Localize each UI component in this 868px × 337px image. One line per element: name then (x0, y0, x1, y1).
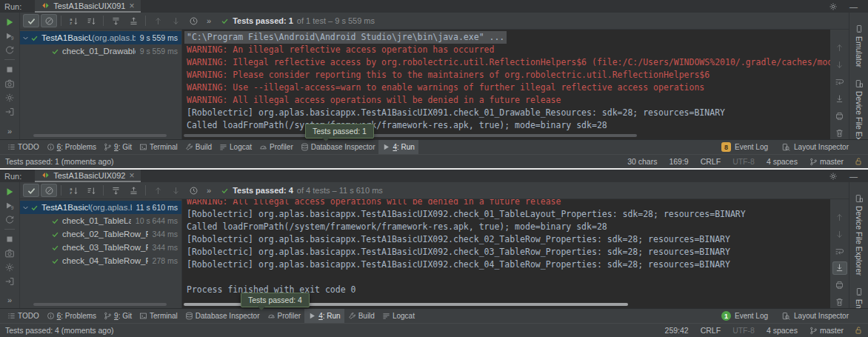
gear-icon[interactable] (829, 2, 838, 11)
write-access-lock-icon[interactable] (854, 157, 863, 166)
import-test-results-button[interactable] (2, 104, 17, 119)
up-the-stack-trace-button[interactable] (832, 211, 847, 224)
tree-horizontal-scrollbar[interactable] (33, 303, 167, 306)
stripe-tool-window-tab[interactable]: Device File Explorer (855, 194, 864, 276)
more-options-chevrons[interactable]: » (7, 127, 12, 136)
rerun-button[interactable] (2, 15, 17, 29)
soft-wrap-button[interactable] (832, 76, 847, 89)
tool-window-tab[interactable]: Database Inspector (181, 309, 264, 323)
git-branch-widget[interactable]: master (809, 326, 844, 335)
up-the-stack-trace-button[interactable] (832, 41, 847, 55)
console-output[interactable]: WARNING: All illegal access operations w… (181, 199, 830, 308)
minimize-icon[interactable]: — (849, 172, 858, 181)
stripe-tool-window-tab[interactable]: Emulator (855, 24, 864, 67)
tool-window-tab[interactable]: Build (344, 309, 378, 323)
layout-inspector-button[interactable]: Layout Inspector (781, 143, 849, 152)
tool-window-tab[interactable]: Logcat (216, 140, 256, 154)
tool-window-tab[interactable]: Database Inspector (297, 140, 379, 154)
tool-window-tab[interactable]: Terminal (136, 309, 181, 323)
scroll-to-end-button[interactable] (832, 92, 847, 105)
run-config-tab[interactable]: TestA1BasicUIX092 × (35, 170, 141, 182)
profile-button[interactable] (2, 260, 17, 274)
run-config-tab[interactable]: TestA1BasicUIX091 × (35, 0, 141, 13)
show-ignored-button[interactable] (41, 184, 57, 197)
next-occurrence-button[interactable] (167, 14, 184, 27)
sort-by-duration-button[interactable] (83, 184, 99, 197)
test-history-button[interactable] (185, 184, 201, 197)
show-passed-button[interactable] (23, 184, 39, 197)
test-tree-row[interactable]: check_01_TableLayout_Propertie 10 s 644 … (20, 214, 181, 227)
clear-all-button[interactable] (832, 295, 847, 308)
expand-all-button[interactable] (107, 184, 124, 197)
status-widget[interactable]: CRLF (701, 326, 721, 335)
git-branch-widget[interactable]: master (809, 157, 844, 166)
expand-all-button[interactable] (107, 14, 124, 27)
tool-window-tab[interactable]: 4: Run (304, 309, 344, 323)
tool-window-tab[interactable]: 9: Git (100, 140, 136, 154)
collapse-all-button[interactable] (125, 14, 141, 27)
test-tree-row[interactable]: check_01_Drawable_Resources 9 s 559 ms (20, 44, 181, 58)
toggle-auto-test-button[interactable] (2, 213, 17, 227)
chevron-down-icon[interactable] (22, 204, 29, 211)
profile-button[interactable] (2, 90, 17, 104)
write-access-lock-icon[interactable] (854, 326, 863, 335)
stop-button[interactable] (2, 232, 17, 246)
clear-all-button[interactable] (832, 126, 847, 139)
status-widget[interactable]: UTF-8 (732, 326, 755, 335)
print-button[interactable] (832, 278, 847, 292)
show-passed-button[interactable] (23, 14, 39, 27)
tool-window-tab[interactable]: Logcat (378, 309, 418, 323)
status-widget[interactable]: 4 spaces (767, 157, 798, 166)
tool-window-tab[interactable]: Profiler (264, 309, 305, 323)
status-widget[interactable]: CRLF (701, 157, 721, 166)
toggle-auto-test-button[interactable] (2, 43, 17, 57)
console-output[interactable]: "C:\Program Files\Android\Android Studio… (181, 30, 830, 139)
status-widget[interactable]: 30 chars (627, 157, 657, 166)
test-history-button[interactable] (185, 14, 201, 27)
status-widget[interactable]: UTF-8 (732, 157, 755, 166)
stop-button[interactable] (2, 62, 17, 76)
show-ignored-button[interactable] (41, 14, 57, 27)
layout-inspector-button[interactable]: Layout Inspector (781, 312, 849, 321)
tool-window-tab[interactable]: Terminal (136, 140, 181, 154)
more-options-chevrons[interactable]: » (7, 296, 12, 304)
status-widget[interactable]: 169:9 (669, 157, 688, 166)
import-test-results-button[interactable] (2, 274, 17, 288)
tool-window-tab[interactable]: 6: Problems (43, 140, 100, 154)
event-log-button[interactable]: 8 Event Log (721, 142, 768, 152)
sort-by-duration-button[interactable] (83, 14, 99, 27)
close-icon[interactable]: × (129, 171, 134, 180)
rerun-failed-tests-button[interactable] (2, 29, 17, 43)
minimize-icon[interactable]: — (849, 2, 858, 11)
previous-occurrence-button[interactable] (150, 14, 166, 27)
rerun-failed-tests-button[interactable] (2, 198, 17, 213)
test-tree-row[interactable]: TestA1BasicUIX091 (org.aplas.basica 9 s … (20, 31, 181, 44)
print-button[interactable] (832, 109, 847, 122)
down-the-stack-trace-button[interactable] (832, 228, 847, 241)
soft-wrap-button[interactable] (832, 244, 847, 258)
event-log-button[interactable]: 1 Event Log (721, 311, 768, 321)
scroll-to-end-button[interactable] (832, 261, 847, 275)
tool-window-tab[interactable]: 6: Problems (43, 309, 100, 323)
status-widget[interactable]: 4 spaces (767, 326, 798, 335)
test-tree-row[interactable]: check_02_TableRow_Properties 344 ms (20, 227, 181, 241)
more-toolbar-chevrons[interactable]: » (203, 186, 215, 195)
test-tree-row[interactable]: TestA1BasicUIX092 (org.aplas.basica 11 s… (20, 201, 181, 214)
console-horizontal-scrollbar[interactable] (184, 134, 637, 137)
status-message[interactable]: Tests passed: 1 (moments ago) (5, 157, 113, 166)
collapse-all-button[interactable] (125, 184, 141, 197)
sort-alphabetically-button[interactable] (65, 184, 81, 197)
close-icon[interactable]: × (129, 1, 134, 10)
more-toolbar-chevrons[interactable]: » (203, 16, 215, 25)
rerun-button[interactable] (2, 184, 17, 198)
status-widget[interactable]: 259:42 (665, 326, 689, 335)
previous-occurrence-button[interactable] (150, 184, 166, 197)
tool-window-tab[interactable]: Profiler (256, 140, 297, 154)
sort-alphabetically-button[interactable] (65, 14, 81, 27)
gear-icon[interactable] (829, 172, 838, 181)
test-tree-row[interactable]: check_04_TableRow_Properties 278 ms (20, 254, 181, 267)
screenshot-button[interactable] (2, 76, 17, 90)
tool-window-tab[interactable]: 9: Git (100, 309, 136, 323)
tool-window-tab[interactable]: 4: Run (378, 140, 418, 154)
status-message[interactable]: Tests passed: 4 (moments ago) (5, 326, 113, 335)
